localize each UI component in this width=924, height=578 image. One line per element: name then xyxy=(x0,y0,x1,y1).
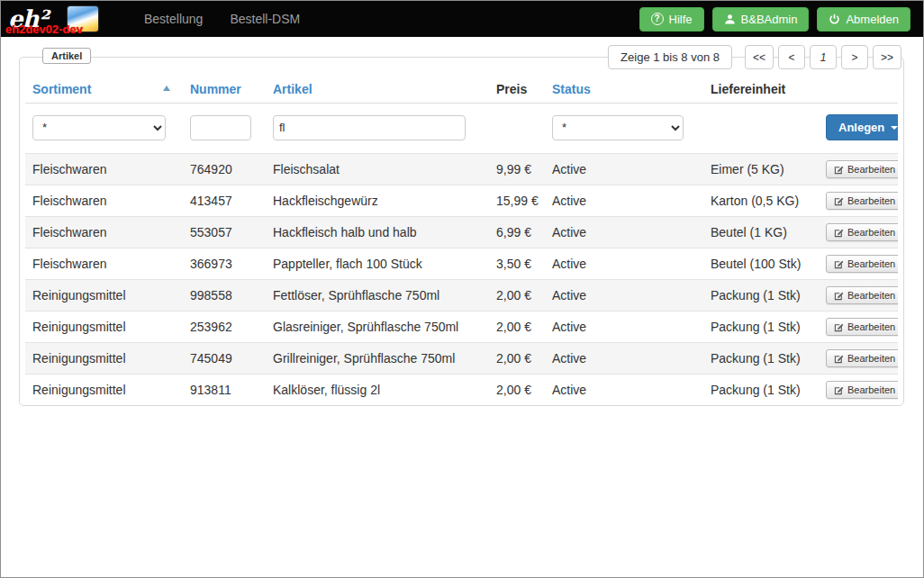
anlegen-button[interactable]: Anlegen xyxy=(826,114,898,140)
bearbeiten-button[interactable]: Bearbeiten xyxy=(826,286,898,304)
cell-status: Active xyxy=(545,154,703,185)
top-navbar: eh² eh2dev02-dev Bestellung Bestell-DSM … xyxy=(1,1,923,37)
column-header-sortiment[interactable]: Sortiment xyxy=(25,76,183,104)
brand-logo[interactable]: eh² eh2dev02-dev xyxy=(1,1,118,37)
edit-icon xyxy=(834,322,844,332)
pagination-next-button[interactable]: > xyxy=(841,45,868,69)
sortiment-filter-select[interactable]: * xyxy=(32,115,166,140)
table-row: Fleischwaren 764920 Fleischsalat 9,99 € … xyxy=(25,154,898,185)
column-header-status[interactable]: Status xyxy=(545,76,703,104)
edit-icon xyxy=(834,228,844,238)
cell-nummer: 998558 xyxy=(183,280,266,312)
pagination-prev-button[interactable]: < xyxy=(778,45,805,69)
sortiment-header-label: Sortiment xyxy=(32,82,91,96)
cell-preis: 2,00 € xyxy=(489,343,545,375)
bearbeiten-label: Bearbeiten xyxy=(847,227,895,238)
nav-item-bestellung[interactable]: Bestellung xyxy=(131,1,216,37)
cell-artikel: Pappteller, flach 100 Stück xyxy=(266,248,489,280)
cell-liefereinheit: Beutel (1 KG) xyxy=(703,217,819,248)
abmelden-button-label: Abmelden xyxy=(846,13,899,26)
edit-icon xyxy=(834,354,844,364)
column-header-artikel[interactable]: Artikel xyxy=(266,76,489,104)
table-row: Fleischwaren 553057 Hackfleisch halb und… xyxy=(25,217,898,248)
cell-liefereinheit: Packung (1 Stk) xyxy=(703,280,819,312)
user-account-label: B&BAdmin xyxy=(741,13,798,26)
preis-header-label: Preis xyxy=(496,82,527,96)
cell-artikel: Fleischsalat xyxy=(266,154,489,185)
pagination: Zeige 1 bis 8 von 8 << < 1 > >> xyxy=(608,45,901,69)
bearbeiten-button[interactable]: Bearbeiten xyxy=(826,160,898,178)
bearbeiten-button[interactable]: Bearbeiten xyxy=(826,349,898,367)
status-header-label: Status xyxy=(552,82,591,96)
bearbeiten-button[interactable]: Bearbeiten xyxy=(826,381,898,399)
column-header-nummer[interactable]: Nummer xyxy=(183,76,266,104)
cell-artikel: Fettlöser, Sprühflasche 750ml xyxy=(266,280,489,312)
hilfe-button-label: Hilfe xyxy=(669,13,693,26)
cell-sortiment: Fleischwaren xyxy=(25,217,183,248)
bearbeiten-button[interactable]: Bearbeiten xyxy=(826,192,898,210)
cell-artikel: Glasreiniger, Sprühflasche 750ml xyxy=(266,312,489,343)
cell-liefereinheit: Beutel (100 Stk) xyxy=(703,248,819,280)
cell-status: Active xyxy=(545,375,703,406)
cell-liefereinheit: Eimer (5 KG) xyxy=(703,154,819,185)
bearbeiten-label: Bearbeiten xyxy=(847,353,895,364)
cell-artikel: Hackfleischgewürz xyxy=(266,185,489,217)
table-header-row: Sortiment Nummer Artikel Preis Status Li… xyxy=(25,76,898,104)
column-header-actions xyxy=(819,76,898,104)
navbar-buttons: ? Hilfe B&BAdmin Abmelden xyxy=(639,7,923,32)
cell-sortiment: Reinigungsmittel xyxy=(25,312,183,343)
pagination-first-button[interactable]: << xyxy=(745,45,774,69)
nav-item-bestell-dsm[interactable]: Bestell-DSM xyxy=(216,1,313,37)
hilfe-button[interactable]: ? Hilfe xyxy=(639,7,704,32)
cell-nummer: 745049 xyxy=(183,343,266,375)
caret-down-icon xyxy=(891,126,898,130)
status-filter-select[interactable]: * xyxy=(552,115,684,140)
power-icon xyxy=(829,14,840,25)
artikel-filter-input[interactable] xyxy=(273,115,466,140)
cell-nummer: 366973 xyxy=(183,248,266,280)
column-header-preis: Preis xyxy=(489,76,545,104)
bearbeiten-button[interactable]: Bearbeiten xyxy=(826,318,898,336)
bearbeiten-label: Bearbeiten xyxy=(847,164,895,175)
cell-preis: 3,50 € xyxy=(489,248,545,280)
cell-status: Active xyxy=(545,185,703,217)
cell-sortiment: Reinigungsmittel xyxy=(25,280,183,312)
bearbeiten-label: Bearbeiten xyxy=(847,258,895,269)
cell-preis: 6,99 € xyxy=(489,217,545,248)
cell-sortiment: Fleischwaren xyxy=(25,154,183,185)
cell-preis: 15,99 € xyxy=(489,185,545,217)
cell-status: Active xyxy=(545,280,703,312)
table-row: Reinigungsmittel 253962 Glasreiniger, Sp… xyxy=(25,312,898,343)
cell-preis: 2,00 € xyxy=(489,312,545,343)
artikel-header-label: Artikel xyxy=(273,82,313,96)
cell-liefereinheit: Packung (1 Stk) xyxy=(703,343,819,375)
edit-icon xyxy=(834,196,844,206)
nummer-filter-input[interactable] xyxy=(190,115,251,140)
table-row: Fleischwaren 366973 Pappteller, flach 10… xyxy=(25,248,898,280)
abmelden-button[interactable]: Abmelden xyxy=(817,7,910,32)
bearbeiten-label: Bearbeiten xyxy=(847,290,895,301)
filter-row: * * Anlegen xyxy=(25,104,898,154)
bearbeiten-label: Bearbeiten xyxy=(847,384,895,395)
cell-status: Active xyxy=(545,217,703,248)
cell-status: Active xyxy=(545,343,703,375)
pagination-current-page[interactable]: 1 xyxy=(810,45,837,69)
bearbeiten-label: Bearbeiten xyxy=(847,321,895,332)
cell-artikel: Grillreiniger, Sprühflasche 750ml xyxy=(266,343,489,375)
cell-preis: 2,00 € xyxy=(489,375,545,406)
edit-icon xyxy=(834,165,844,175)
environment-label: eh2dev02-dev xyxy=(5,23,83,36)
artikel-panel: Artikel Zeige 1 bis 8 von 8 << < 1 > >> … xyxy=(19,57,904,406)
cell-nummer: 913811 xyxy=(183,375,266,406)
bearbeiten-button[interactable]: Bearbeiten xyxy=(826,255,898,273)
panel-legend-tab[interactable]: Artikel xyxy=(42,48,91,64)
cell-artikel: Kalklöser, flüssig 2l xyxy=(266,375,489,406)
cell-liefereinheit: Packung (1 Stk) xyxy=(703,375,819,406)
cell-sortiment: Fleischwaren xyxy=(25,248,183,280)
pagination-last-button[interactable]: >> xyxy=(873,45,901,69)
user-account-button[interactable]: B&BAdmin xyxy=(712,7,810,32)
table-row: Reinigungsmittel 745049 Grillreiniger, S… xyxy=(25,343,898,375)
column-header-liefereinheit: Liefereinheit xyxy=(703,76,819,104)
artikel-table: Sortiment Nummer Artikel Preis Status Li… xyxy=(25,76,898,405)
bearbeiten-button[interactable]: Bearbeiten xyxy=(826,223,898,241)
